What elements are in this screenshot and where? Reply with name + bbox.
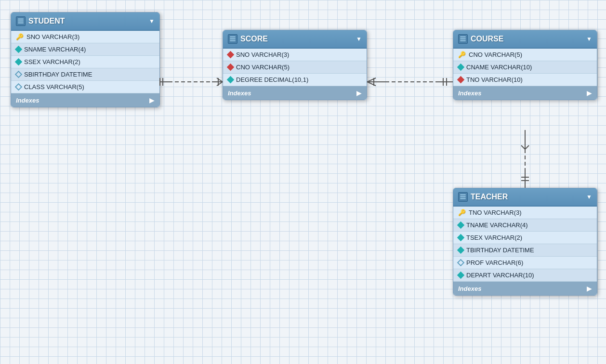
student-table-header[interactable]: STUDENT ▼ [11,13,159,31]
student-dropdown-arrow[interactable]: ▼ [149,18,155,25]
table-icon [458,192,468,202]
svg-rect-5 [230,40,236,41]
field-label: TNO VARCHAR(3) [469,209,522,216]
course-dropdown-arrow[interactable]: ▼ [586,36,592,42]
teal-diamond-icon [457,234,465,242]
course-table-header[interactable]: COURSE ▼ [453,30,597,49]
indexes-label: Indexes [458,90,481,97]
teacher-dropdown-arrow[interactable]: ▼ [586,194,592,200]
field-label: SBIRTHDAY DATETIME [24,71,92,78]
table-row: CLASS VARCHAR(5) [11,81,159,93]
red-diamond-icon [227,64,235,71]
table-row: SSEX VARCHAR(2) [11,56,159,68]
teal-diamond-icon [457,64,465,71]
svg-rect-1 [18,20,24,22]
red-diamond-icon [457,76,465,84]
svg-rect-7 [460,38,466,39]
field-label: DEGREE DECIMAL(10,1) [236,76,308,83]
student-indexes[interactable]: Indexes ▶ [11,93,159,107]
table-row: PROF VARCHAR(6) [453,257,597,269]
indexes-label: Indexes [458,285,481,292]
table-row: 🔑 TNO VARCHAR(3) [453,207,597,219]
svg-line-30 [525,145,529,149]
svg-line-22 [367,82,376,86]
indexes-arrow: ▶ [356,89,362,97]
indexes-label: Indexes [228,90,251,97]
student-table: STUDENT ▼ 🔑 SNO VARCHAR(3) SNAME VARCHAR… [11,12,160,107]
svg-rect-2 [18,22,24,24]
table-row: TNAME VARCHAR(4) [453,219,597,232]
course-table: COURSE ▼ 🔑 CNO VARCHAR(5) CNAME VARCHAR(… [453,30,597,100]
svg-rect-9 [460,194,466,195]
indexes-arrow: ▶ [587,285,592,292]
key-icon: 🔑 [16,33,24,40]
svg-rect-11 [460,198,466,199]
table-icon [458,34,468,44]
svg-line-18 [217,82,223,86]
table-row: CNO VARCHAR(5) [223,61,367,74]
teacher-indexes[interactable]: Indexes ▶ [453,282,597,295]
key-icon: 🔑 [458,51,466,58]
field-label: TBIRTHDAY DATETIME [466,247,534,254]
svg-rect-6 [460,36,466,38]
indexes-arrow: ▶ [149,96,155,104]
red-diamond-icon [227,51,235,59]
teal-diamond-icon [15,58,23,66]
svg-line-17 [217,78,223,82]
svg-line-21 [367,78,376,82]
score-table-title: SCORE [240,35,268,43]
teal-diamond-icon [457,247,465,254]
svg-rect-10 [460,196,466,197]
outline-diamond-icon [457,259,465,267]
table-row: SBIRTHDAY DATETIME [11,68,159,81]
score-table-header[interactable]: SCORE ▼ [223,30,367,49]
field-label: TNO VARCHAR(10) [466,76,523,83]
svg-line-29 [521,145,525,149]
table-row: DEPART VARCHAR(10) [453,269,597,282]
teal-diamond-icon [457,221,465,229]
score-dropdown-arrow[interactable]: ▼ [356,36,362,42]
field-label: CNAME VARCHAR(10) [466,64,532,71]
table-row: SNO VARCHAR(3) [223,49,367,61]
teal-diamond-icon [457,272,465,279]
field-label: TNAME VARCHAR(4) [466,221,528,229]
svg-rect-8 [460,40,466,41]
field-label: PROF VARCHAR(6) [466,259,523,266]
table-row: 🔑 SNO VARCHAR(3) [11,31,159,43]
table-row: SNAME VARCHAR(4) [11,43,159,56]
teacher-table-header[interactable]: TEACHER ▼ [453,188,597,207]
outline-diamond-icon [15,83,23,91]
field-label: SNO VARCHAR(3) [26,33,79,40]
field-label: TSEX VARCHAR(2) [466,234,522,241]
teal-diamond-icon [15,46,23,53]
table-row: TSEX VARCHAR(2) [453,232,597,244]
student-table-body: 🔑 SNO VARCHAR(3) SNAME VARCHAR(4) SSEX V… [11,31,159,93]
outline-diamond-icon [15,71,23,78]
score-table: SCORE ▼ SNO VARCHAR(3) CNO VARCHAR(5) DE… [223,30,367,100]
indexes-arrow: ▶ [587,89,592,97]
teacher-table: TEACHER ▼ 🔑 TNO VARCHAR(3) TNAME VARCHAR… [453,188,597,296]
table-row: TBIRTHDAY DATETIME [453,244,597,257]
field-label: CNO VARCHAR(5) [236,64,290,71]
score-indexes[interactable]: Indexes ▶ [223,86,367,100]
course-indexes[interactable]: Indexes ▶ [453,86,597,100]
table-icon [228,34,237,44]
teacher-table-title: TEACHER [471,193,508,201]
score-table-body: SNO VARCHAR(3) CNO VARCHAR(5) DEGREE DEC… [223,49,367,86]
student-table-title: STUDENT [28,17,65,26]
field-label: SNO VARCHAR(3) [236,51,289,58]
field-label: CNO VARCHAR(5) [469,51,522,58]
table-row: CNAME VARCHAR(10) [453,61,597,74]
table-row: 🔑 CNO VARCHAR(5) [453,49,597,61]
course-table-title: COURSE [471,35,503,43]
field-label: DEPART VARCHAR(10) [466,272,534,279]
svg-rect-4 [230,38,236,39]
field-label: SNAME VARCHAR(4) [24,46,86,53]
indexes-label: Indexes [16,97,39,104]
table-row: DEGREE DECIMAL(10,1) [223,74,367,86]
teal-diamond-icon [227,76,235,84]
course-table-body: 🔑 CNO VARCHAR(5) CNAME VARCHAR(10) TNO V… [453,49,597,86]
svg-rect-0 [18,18,24,20]
table-row: TNO VARCHAR(10) [453,74,597,86]
field-label: CLASS VARCHAR(5) [24,83,84,91]
